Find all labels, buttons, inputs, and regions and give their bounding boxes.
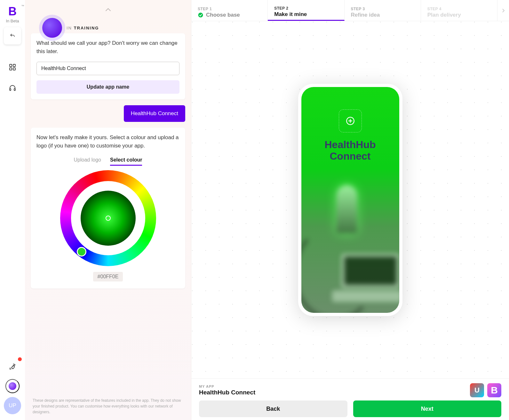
step-1-number: STEP 1	[198, 7, 261, 11]
headset-icon	[9, 84, 16, 92]
step-1[interactable]: STEP 1 Choose base	[191, 0, 268, 21]
assistant-orb-button[interactable]	[5, 379, 20, 393]
tab-select-colour[interactable]: Select colour	[110, 157, 142, 166]
apps-button[interactable]	[4, 59, 21, 76]
svg-rect-1	[13, 64, 15, 67]
saturation-disc[interactable]	[81, 191, 136, 246]
hue-ring[interactable]	[60, 170, 156, 266]
svg-point-7	[198, 12, 203, 17]
phone-bg-illustration	[301, 177, 399, 313]
logo-upload-slot[interactable]	[339, 109, 362, 132]
app-name-input[interactable]	[36, 62, 179, 75]
support-button[interactable]	[4, 80, 21, 97]
plus-circle-icon	[346, 116, 355, 125]
step-4: STEP 4 Plan delivery	[421, 0, 497, 21]
footer-app-info: MY APP HealthHub Connect	[199, 384, 255, 396]
step-2-title: Make it mine	[274, 11, 338, 18]
step-3-title: Refine idea	[351, 12, 414, 18]
brand-tm: ™	[21, 4, 24, 8]
phone-preview: HealthHubConnect	[298, 84, 402, 316]
design-disclaimer: These designs are representative of the …	[25, 392, 191, 420]
customize-card: Now let's really make it yours. Select a…	[31, 128, 185, 289]
user-avatar[interactable]: UP	[4, 397, 21, 414]
name-prompt-card: What should we call your app? Don't worr…	[31, 33, 185, 99]
main-area: STEP 1 Choose base STEP 2 Make it mine S…	[191, 0, 509, 420]
footer-buttons: Back Next	[199, 400, 501, 417]
svg-rect-2	[10, 68, 12, 70]
svg-rect-5	[14, 89, 15, 91]
orb-icon	[9, 382, 16, 390]
bot-status: IN TRAINING	[67, 26, 99, 30]
preview-canvas[interactable]: HealthHubConnect	[191, 21, 509, 378]
idea-thumb-1[interactable]: U	[470, 383, 484, 397]
user-message: HealthHub Connect	[124, 105, 185, 122]
left-nav: B ™ In Beta UP	[0, 0, 25, 420]
chevron-up-icon	[104, 6, 112, 14]
idea-thumbnails: U B	[470, 383, 501, 397]
chat-panel: IN TRAINING What should we call your app…	[25, 0, 191, 420]
step-1-title: Choose base	[198, 12, 261, 18]
update-name-button[interactable]: Update app name	[36, 80, 179, 94]
steps-next-caret[interactable]	[497, 0, 509, 21]
svg-rect-3	[13, 68, 15, 70]
step-2-number: STEP 2	[274, 6, 338, 11]
hex-value: #00FF0E	[93, 272, 123, 281]
svg-rect-4	[10, 89, 11, 91]
back-button[interactable]: Back	[199, 400, 347, 417]
chevron-right-icon	[500, 8, 506, 13]
step-4-title: Plan delivery	[427, 12, 491, 18]
step-2[interactable]: STEP 2 Make it mine	[268, 0, 344, 21]
step-4-number: STEP 4	[427, 7, 491, 11]
rocket-icon	[9, 363, 16, 370]
customize-prompt-text: Now let's really make it yours. Select a…	[36, 133, 179, 150]
step-3-number: STEP 3	[351, 7, 414, 11]
step-tabs: STEP 1 Choose base STEP 2 Make it mine S…	[191, 0, 509, 21]
bot-orb-icon	[42, 18, 62, 38]
hue-handle[interactable]	[77, 247, 86, 257]
name-prompt-text: What should we call your app? Don't worr…	[36, 39, 179, 56]
brand-letter: B	[8, 6, 17, 17]
brand-letter-thumb: B	[491, 385, 498, 396]
colour-picker[interactable]	[36, 170, 179, 266]
chat-scroll[interactable]: IN TRAINING What should we call your app…	[25, 0, 191, 392]
my-app-name: HealthHub Connect	[199, 389, 255, 396]
launch-button[interactable]	[4, 358, 21, 375]
step-3[interactable]: STEP 3 Refine idea	[345, 0, 421, 21]
notification-badge	[18, 357, 22, 361]
next-button[interactable]: Next	[353, 400, 502, 417]
idea-thumb-2[interactable]: B	[487, 383, 501, 397]
svg-point-6	[13, 365, 14, 366]
scroll-up-hint[interactable]	[31, 4, 185, 18]
my-app-label: MY APP	[199, 384, 255, 388]
phone-screen: HealthHubConnect	[301, 87, 399, 313]
customize-tabs: Upload logo Select colour	[36, 157, 179, 166]
undo-icon	[10, 32, 15, 40]
footer-bar: MY APP HealthHub Connect U B Back Next	[191, 378, 509, 420]
brand-logo: B ™ In Beta	[6, 6, 19, 23]
grid-icon	[9, 63, 16, 71]
undo-button[interactable]	[4, 27, 21, 44]
phone-app-title: HealthHubConnect	[325, 139, 376, 162]
tab-upload-logo[interactable]: Upload logo	[74, 157, 101, 166]
svg-rect-0	[10, 64, 12, 67]
beta-label: In Beta	[6, 19, 19, 23]
check-circle-icon	[198, 12, 203, 18]
disc-handle[interactable]	[106, 216, 111, 221]
